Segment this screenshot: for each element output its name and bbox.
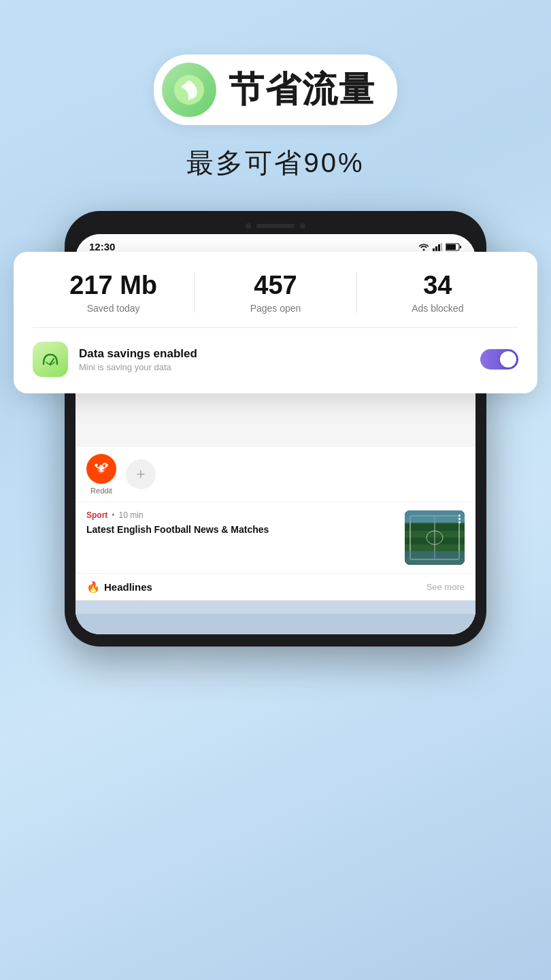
- data-saving-text: Data savings enabled Mini is saving your…: [79, 347, 469, 372]
- subtitle: 最多可省90%: [186, 144, 364, 182]
- svg-point-17: [95, 463, 97, 466]
- svg-rect-5: [441, 243, 442, 251]
- svg-point-13: [99, 470, 100, 471]
- status-icons: [418, 243, 462, 251]
- news-meta: Sport • 10 min: [86, 510, 397, 520]
- signal-icon: [433, 243, 442, 251]
- headlines-label: Headlines: [104, 581, 152, 593]
- svg-rect-7: [446, 244, 456, 250]
- news-item[interactable]: Sport • 10 min Latest English Football N…: [76, 502, 475, 573]
- svg-point-34: [49, 363, 52, 365]
- saved-label: Saved today: [33, 303, 194, 314]
- headlines-left: 🔥 Headlines: [86, 581, 152, 593]
- svg-rect-8: [460, 246, 461, 248]
- svg-point-1: [423, 248, 425, 250]
- fire-icon: 🔥: [86, 581, 100, 593]
- brand-title: 节省流量: [229, 66, 375, 114]
- see-more-link[interactable]: See more: [427, 582, 465, 592]
- wifi-icon: [418, 243, 429, 251]
- svg-rect-4: [438, 244, 440, 251]
- ads-label: Ads blocked: [357, 303, 518, 314]
- reddit-app-item[interactable]: Reddit: [86, 454, 116, 495]
- news-more-icon[interactable]: [457, 513, 462, 525]
- news-category: Sport: [86, 510, 107, 520]
- svg-rect-2: [433, 248, 435, 251]
- news-title: Latest English Football News & Matches: [86, 523, 397, 536]
- svg-point-14: [103, 470, 104, 471]
- reddit-label: Reddit: [90, 487, 112, 495]
- svg-point-15: [105, 463, 107, 466]
- news-text: Sport • 10 min Latest English Football N…: [86, 510, 397, 536]
- svg-point-16: [99, 465, 103, 468]
- leaf-icon: [162, 63, 216, 117]
- status-time: 12:30: [89, 241, 115, 252]
- data-saving-toggle[interactable]: [480, 349, 518, 370]
- stat-ads: 34 Ads blocked: [357, 271, 518, 314]
- stat-saved: 217 Mb Saved today: [33, 271, 194, 314]
- ads-value: 34: [357, 271, 518, 300]
- pages-value: 457: [195, 271, 356, 300]
- speed-icon: [33, 342, 68, 377]
- svg-rect-31: [405, 551, 465, 565]
- card-divider: [33, 327, 518, 328]
- floating-stats-card: 217 Mb Saved today 457 Pages open 34 Ads…: [14, 252, 537, 393]
- news-time: 10 min: [119, 510, 144, 520]
- data-saving-row: Data savings enabled Mini is saving your…: [33, 342, 518, 377]
- reddit-icon: [86, 454, 116, 484]
- add-app-icon[interactable]: +: [126, 459, 156, 489]
- brand-pill: 节省流量: [154, 54, 397, 125]
- battery-icon: [446, 243, 462, 251]
- svg-rect-30: [405, 510, 465, 523]
- headlines-bar: 🔥 Headlines See more: [76, 573, 475, 600]
- news-image: [405, 510, 465, 565]
- data-saving-sub: Mini is saving your data: [79, 362, 469, 372]
- teaser-image: [76, 600, 475, 634]
- svg-rect-33: [76, 614, 475, 634]
- toggle-knob: [500, 351, 516, 368]
- svg-rect-3: [435, 246, 437, 251]
- app-icons-row: Reddit +: [76, 447, 475, 502]
- stats-row: 217 Mb Saved today 457 Pages open 34 Ads…: [33, 271, 518, 314]
- pages-label: Pages open: [195, 303, 356, 314]
- saved-value: 217 Mb: [33, 271, 194, 300]
- news-dot: •: [112, 510, 114, 520]
- data-saving-title: Data savings enabled: [79, 347, 197, 360]
- stat-pages: 457 Pages open: [195, 271, 356, 314]
